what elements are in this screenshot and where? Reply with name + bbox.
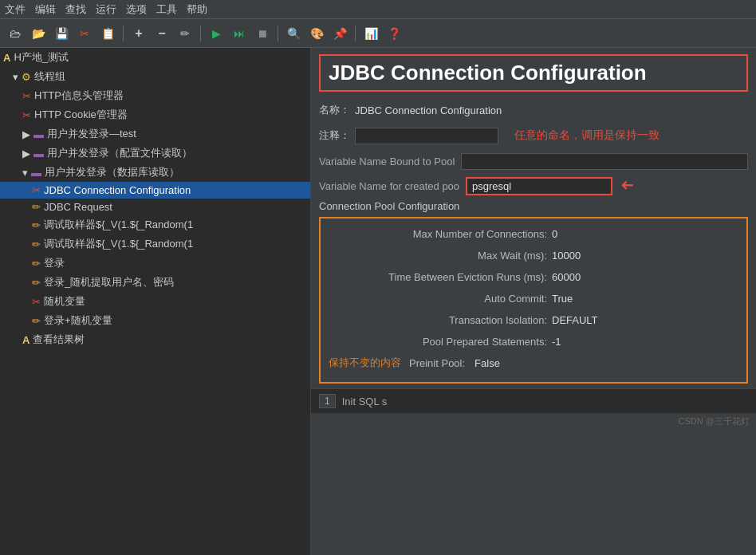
login-plus-icon: ✏ [32, 315, 41, 327]
max-connections-value: 0 [552, 228, 557, 240]
variable-bound-label: Variable Name Bound to Pool [319, 155, 455, 167]
expand-icon-test: ▶ [22, 128, 30, 140]
name-label: 名称： [319, 103, 350, 117]
tree-item-result-tree[interactable]: A 查看结果树 [0, 330, 310, 349]
main-layout: A H产地_测试 ▾ ⚙ 线程组 ✂ HTTP信息头管理器 ✂ HTTP Coo… [0, 48, 756, 555]
toolbar-color[interactable]: 🎨 [306, 23, 327, 44]
jdbc-request-icon: ✏ [32, 201, 41, 213]
sampler2-icon: ✏ [32, 238, 41, 250]
tree-item-user-login-test[interactable]: ▶ ▬ 用户并发登录—test [0, 124, 310, 144]
result-tree-label: 查看结果树 [33, 333, 85, 347]
pool-statements-row: Pool Prepared Statements: -1 [329, 333, 738, 350]
max-wait-row: Max Wait (ms): 10000 [329, 246, 738, 264]
toolbar-new[interactable]: 🗁 [5, 23, 26, 44]
login-plus-label: 登录+随机变量 [44, 313, 112, 328]
toolbar-search[interactable]: 🔍 [283, 23, 304, 44]
sidebar: A H产地_测试 ▾ ⚙ 线程组 ✂ HTTP信息头管理器 ✂ HTTP Coo… [0, 48, 311, 555]
comment-label: 注释： [319, 128, 350, 143]
tree-item-sampler2[interactable]: ✏ 调试取样器${_V(1.${_Random(1 [0, 234, 310, 254]
toolbar-sep4 [355, 26, 356, 41]
menu-edit[interactable]: 编辑 [35, 2, 56, 17]
menu-find[interactable]: 查找 [65, 2, 86, 17]
tree-item-jdbc-request[interactable]: ✏ JDBC Request [0, 199, 310, 215]
tree-item-user-login-db[interactable]: ▾ ▬ 用户并发登录（数据库读取） [0, 163, 310, 182]
line-number: 1 [319, 394, 336, 408]
user-login-db-label: 用户并发登录（数据库读取） [45, 165, 179, 179]
thread-group-icon: ▾ [13, 71, 18, 83]
tree-item-login-plus[interactable]: ✏ 登录+随机变量 [0, 311, 310, 330]
menu-file[interactable]: 文件 [5, 2, 26, 17]
toolbar-save[interactable]: 💾 [51, 23, 72, 44]
toolbar-chart[interactable]: 📊 [360, 23, 381, 44]
folder-icon-test: ▬ [33, 128, 44, 140]
tree-item-sampler1[interactable]: ✏ 调试取样器${_V(1.${_Random(1 [0, 215, 310, 234]
tree-item-root[interactable]: A H产地_测试 [0, 48, 310, 67]
transaction-row: Transaction Isolation: DEFAULT [329, 311, 738, 329]
folder-icon-db: ▬ [31, 167, 41, 179]
tree-item-login[interactable]: ✏ 登录 [0, 254, 310, 273]
variable-bound-row: Variable Name Bound to Pool [319, 151, 748, 171]
random-var-icon: ✂ [32, 296, 41, 308]
toolbar-start-no-pause[interactable]: ⏭ [229, 23, 250, 44]
tree-item-http-cookie[interactable]: ✂ HTTP Cookie管理器 [0, 105, 310, 124]
toolbar-remove[interactable]: − [152, 23, 172, 44]
menu-run[interactable]: 运行 [96, 2, 116, 17]
http-header-label: HTTP信息头管理器 [34, 89, 124, 103]
http-cookie-icon: ✂ [22, 109, 31, 121]
toolbar-open[interactable]: 📂 [28, 23, 49, 44]
root-label: H产地_测试 [14, 50, 69, 65]
toolbar-stop[interactable]: ⏹ [252, 23, 273, 44]
name-value: JDBC Connection Configuration [355, 104, 502, 116]
form-area: 名称： JDBC Connection Configuration 注释： 任意… [311, 92, 756, 212]
toolbar-sep1 [123, 26, 124, 41]
sampler1-label: 调试取样器${_V(1.${_Random(1 [44, 218, 193, 232]
eviction-label: Time Between Eviction Runs (ms): [329, 271, 552, 283]
toolbar-remote[interactable]: 📌 [329, 23, 350, 44]
tree-item-login-random[interactable]: ✏ 登录_随机提取用户名、密码 [0, 273, 310, 292]
toolbar: 🗁 📂 💾 ✂ 📋 + − ✏ ▶ ⏭ ⏹ 🔍 🎨 📌 📊 ❓ [0, 19, 756, 48]
tree-item-user-login-config[interactable]: ▶ ▬ 用户并发登录（配置文件读取） [0, 144, 310, 163]
toolbar-sep2 [200, 26, 201, 41]
menu-tools[interactable]: 工具 [156, 2, 177, 17]
menu-options[interactable]: 选项 [126, 2, 147, 17]
variable-created-input[interactable] [466, 177, 612, 195]
preinit-value: False [474, 357, 500, 369]
bottom-row: 1 Init SQL s [311, 388, 756, 413]
preinit-label: Preinit Pool: [409, 357, 470, 369]
variable-created-label: Variable Name for created poo [319, 180, 459, 192]
login-icon: ✏ [32, 258, 41, 270]
watermark-area: CSDN @三千花灯 [311, 413, 756, 429]
auto-commit-row: Auto Commit: True [329, 289, 738, 307]
toolbar-add[interactable]: + [128, 23, 149, 44]
init-sql-label: Init SQL s [342, 396, 388, 407]
max-wait-value: 10000 [552, 250, 581, 262]
random-var-label: 随机变量 [44, 294, 85, 309]
http-cookie-label: HTTP Cookie管理器 [34, 108, 128, 122]
tree-item-thread-group[interactable]: ▾ ⚙ 线程组 [0, 67, 310, 86]
pool-statements-label: Pool Prepared Statements: [329, 336, 552, 348]
orange-annotation: 保持不变的内容 [329, 356, 401, 370]
variable-bound-input[interactable] [461, 153, 748, 170]
tree-item-random-var[interactable]: ✂ 随机变量 [0, 292, 310, 311]
tree-item-http-header[interactable]: ✂ HTTP信息头管理器 [0, 86, 310, 105]
transaction-value: DEFAULT [552, 314, 598, 326]
expand-icon-db: ▾ [22, 167, 28, 179]
toolbar-start[interactable]: ▶ [206, 23, 226, 44]
pool-statements-value: -1 [552, 336, 561, 348]
red-arrow-icon: ➜ [620, 176, 634, 195]
login-random-icon: ✏ [32, 277, 41, 289]
tree-item-jdbc-config[interactable]: ✂ JDBC Connection Configuration [0, 182, 310, 199]
connection-pool-label: Connection Pool Configuration [319, 200, 748, 212]
name-row: 名称： JDBC Connection Configuration [319, 100, 748, 120]
auto-commit-value: True [552, 293, 573, 305]
toolbar-sep3 [278, 26, 278, 41]
menubar: 文件 编辑 查找 运行 选项 工具 帮助 [0, 0, 756, 19]
sampler2-label: 调试取样器${_V(1.${_Random(1 [44, 237, 193, 251]
toolbar-cut[interactable]: ✂ [74, 23, 95, 44]
comment-input[interactable] [355, 128, 498, 144]
root-icon: A [3, 52, 10, 64]
menu-help[interactable]: 帮助 [187, 2, 207, 17]
toolbar-copy[interactable]: 📋 [97, 23, 118, 44]
toolbar-edit[interactable]: ✏ [175, 23, 195, 44]
toolbar-help[interactable]: ❓ [384, 23, 404, 44]
